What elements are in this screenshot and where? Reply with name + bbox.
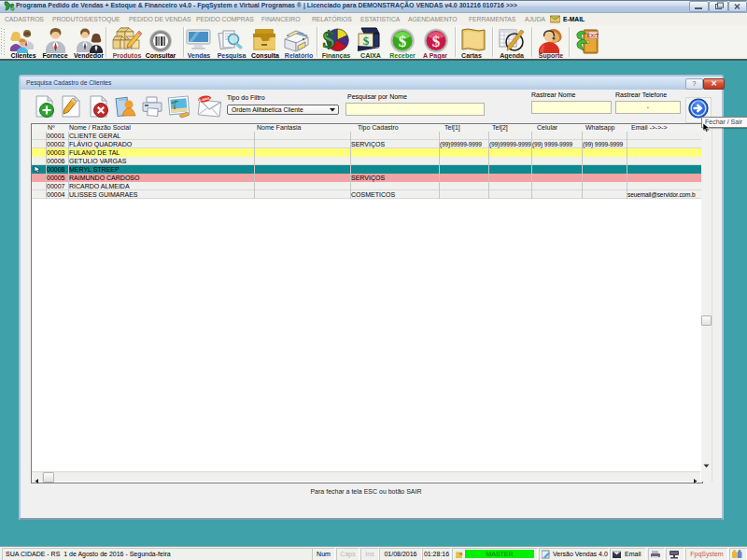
svg-text:$: $ — [432, 33, 441, 50]
svg-text:$: $ — [363, 34, 370, 48]
svg-text:EXIT: EXIT — [587, 33, 599, 38]
svg-text:$: $ — [399, 33, 407, 50]
svg-text:$: $ — [323, 27, 335, 53]
